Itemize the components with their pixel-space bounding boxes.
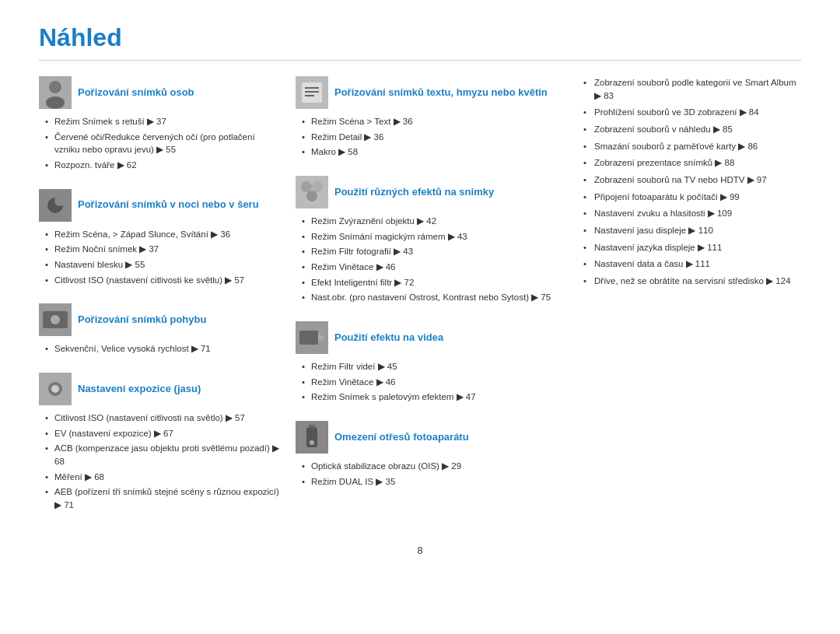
section-header-video: Použití efektu na videa <box>296 321 560 354</box>
section-night: Pořizování snímků v noci nebo v šeruReži… <box>39 189 280 287</box>
shake-icon <box>296 421 328 454</box>
list-item: Nastavení jazyka displeje ▶ 111 <box>583 241 801 254</box>
list-item: Zobrazení souborů na TV nebo HDTV ▶ 97 <box>583 173 801 187</box>
night-icon <box>39 189 72 222</box>
list-item: ACB (kompenzace jasu objektu proti světl… <box>45 442 280 468</box>
bullet-list-exposure: Citlivost ISO (nastavení citlivosti na s… <box>39 412 280 512</box>
svg-point-1 <box>49 81 61 93</box>
list-item: Makro ▶ 58 <box>302 145 560 159</box>
list-item: Měření ▶ 68 <box>45 471 280 484</box>
section-title-exposure: Nastavení expozice (jasu) <box>78 383 201 396</box>
col-mid: Pořizování snímků textu, hmyzu nebo květ… <box>296 76 560 529</box>
section-shake: Omezení otřesů fotoaparátuOptická stabil… <box>296 421 560 488</box>
list-item: Režim Vinětace ▶ 46 <box>302 261 560 274</box>
section-video: Použití efektu na videaRežim Filtr videí… <box>296 321 560 404</box>
section-title-motion: Pořizování snímků pohybu <box>78 313 206 327</box>
bullet-list-motion: Sekvenční, Velice vysoká rychlost ▶ 71 <box>39 342 280 356</box>
section-title-effects: Použití různých efektů na snímky <box>334 186 494 199</box>
section-exposure: Nastavení expozice (jasu)Citlivost ISO (… <box>39 373 280 512</box>
list-item: Rozpozn. tváře ▶ 62 <box>45 159 280 172</box>
list-item: Nastavení jasu displeje ▶ 110 <box>583 224 801 237</box>
section-header-shake: Omezení otřesů fotoaparátu <box>296 421 560 454</box>
bullet-list-night: Režim Scéna, > Západ Slunce, Svítání ▶ 3… <box>39 228 280 287</box>
col-left: Pořizování snímků osobRežim Snímek s ret… <box>39 76 280 529</box>
page-title: Náhled <box>39 23 801 52</box>
list-item: Nastavení data a času ▶ 111 <box>583 257 801 271</box>
svg-rect-16 <box>305 95 314 96</box>
list-item: Nastavení blesku ▶ 55 <box>45 258 280 271</box>
section-header-effects: Použití různých efektů na snímky <box>296 176 560 208</box>
list-item: Zobrazení souborů podle kategorií ve Sma… <box>583 76 801 102</box>
list-item: Režim Snímek s paletovým efektem ▶ 47 <box>302 391 560 404</box>
list-item: Zobrazení souborů v náhledu ▶ 85 <box>583 123 801 136</box>
svg-point-20 <box>306 191 317 201</box>
list-item: Smazání souborů z paměťové karty ▶ 86 <box>583 140 801 153</box>
section-title-night: Pořizování snímků v noci nebo v šeru <box>78 198 259 212</box>
list-item: Režim DUAL IS ▶ 35 <box>302 475 560 489</box>
bullet-list-persons: Režim Snímek s retuší ▶ 37Červené oči/Re… <box>39 115 280 172</box>
section-header-persons: Pořizování snímků osob <box>39 76 280 109</box>
list-item: Efekt Inteligentní filtr ▶ 72 <box>302 276 560 289</box>
svg-point-2 <box>46 96 65 109</box>
list-item: Červené oči/Redukce červených očí (pro p… <box>45 131 280 156</box>
list-item: Prohlížení souborů ve 3D zobrazení ▶ 84 <box>583 106 801 119</box>
list-item: Dříve, než se obrátíte na servisní střed… <box>583 275 801 288</box>
bullet-list-effects: Režim Zvýraznění objektu ▶ 42Režim Snímá… <box>296 215 560 304</box>
right-col-list: Zobrazení souborů podle kategorií ve Sma… <box>583 76 801 288</box>
list-item: Nastavení zvuku a hlasitosti ▶ 109 <box>583 207 801 220</box>
list-item: Citlivost ISO (nastavení citlivosti na s… <box>45 412 280 425</box>
section-title-video: Použití efektu na videa <box>334 331 443 345</box>
svg-point-8 <box>51 315 60 324</box>
exposure-icon <box>39 373 72 405</box>
effects-icon <box>296 176 328 208</box>
svg-rect-22 <box>299 331 318 345</box>
text-icon <box>296 76 328 109</box>
list-item: Režim Vinětace ▶ 46 <box>302 376 560 389</box>
bullet-list-text: Režim Scéna > Text ▶ 36Režim Detail ▶ 36… <box>296 115 560 159</box>
list-item: Režim Detail ▶ 36 <box>302 131 560 144</box>
section-title-persons: Pořizování snímků osob <box>78 86 194 100</box>
list-item: Zobrazení prezentace snímků ▶ 88 <box>583 156 801 170</box>
list-item: Optická stabilizace obrazu (OIS) ▶ 29 <box>302 460 560 473</box>
title-divider <box>39 60 801 61</box>
section-header-text: Pořizování snímků textu, hmyzu nebo květ… <box>296 76 560 109</box>
section-motion: Pořizování snímků pohybuSekvenční, Velic… <box>39 303 280 356</box>
list-item: Režim Zvýraznění objektu ▶ 42 <box>302 215 560 228</box>
motion-icon <box>39 303 72 336</box>
list-item: Režim Snímání magickým rámem ▶ 43 <box>302 230 560 243</box>
section-persons: Pořizování snímků osobRežim Snímek s ret… <box>39 76 280 172</box>
list-item: AEB (pořízení tří snímků stejné scény s … <box>45 485 280 511</box>
page-number: 8 <box>39 545 801 556</box>
section-title-shake: Omezení otřesů fotoaparátu <box>334 431 469 444</box>
list-item: Režim Filtr fotografií ▶ 43 <box>302 245 560 258</box>
section-header-night: Pořizování snímků v noci nebo v šeru <box>39 189 280 222</box>
section-effects: Použití různých efektů na snímkyRežim Zv… <box>296 176 560 304</box>
svg-rect-15 <box>305 91 319 93</box>
section-header-exposure: Nastavení expozice (jasu) <box>39 373 280 405</box>
section-text: Pořizování snímků textu, hmyzu nebo květ… <box>296 76 560 159</box>
svg-rect-26 <box>309 425 315 428</box>
svg-point-27 <box>310 440 314 445</box>
svg-point-18 <box>301 181 312 192</box>
list-item: EV (nastavení expozice) ▶ 67 <box>45 427 280 440</box>
list-item: Připojení fotoaparátu k počítači ▶ 99 <box>583 191 801 204</box>
svg-rect-14 <box>305 87 319 89</box>
section-header-motion: Pořizování snímků pohybu <box>39 303 280 336</box>
list-item: Režim Scéna, > Západ Slunce, Svítání ▶ 3… <box>45 228 280 241</box>
list-item: Režim Noční snímek ▶ 37 <box>45 243 280 256</box>
col-right: Zobrazení souborů podle kategorií ve Sma… <box>576 76 801 529</box>
list-item: Režim Snímek s retuší ▶ 37 <box>45 115 280 128</box>
list-item: Režim Scéna > Text ▶ 36 <box>302 115 560 128</box>
bullet-list-video: Režim Filtr videí ▶ 45Režim Vinětace ▶ 4… <box>296 360 560 404</box>
list-item: Sekvenční, Velice vysoká rychlost ▶ 71 <box>45 342 280 356</box>
main-layout: Pořizování snímků osobRežim Snímek s ret… <box>39 76 801 529</box>
svg-point-5 <box>54 195 65 206</box>
list-item: Režim Filtr videí ▶ 45 <box>302 360 560 373</box>
svg-point-11 <box>51 385 59 393</box>
svg-point-19 <box>312 181 323 192</box>
section-title-text: Pořizování snímků textu, hmyzu nebo květ… <box>334 86 548 100</box>
video-icon <box>296 321 328 354</box>
list-item: Citlivost ISO (nastavení citlivosti ke s… <box>45 274 280 287</box>
persons-icon <box>39 76 72 109</box>
bullet-list-shake: Optická stabilizace obrazu (OIS) ▶ 29Rež… <box>296 460 560 488</box>
